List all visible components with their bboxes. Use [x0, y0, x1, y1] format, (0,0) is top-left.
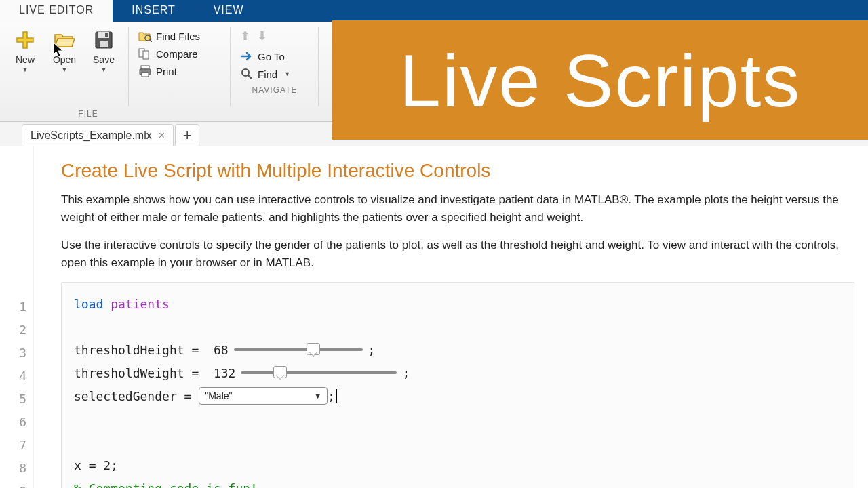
svg-line-5	[150, 40, 152, 42]
svg-rect-7	[143, 51, 149, 59]
doc-paragraph-2: Use the interactive controls to specify …	[61, 237, 854, 271]
doc-heading: Create Live Script with Multiple Interac…	[61, 160, 854, 182]
code-block[interactable]: load patients thresholdHeight = 68 ; thr…	[61, 282, 854, 488]
find-files-button[interactable]: Find Files	[136, 28, 224, 43]
svg-rect-3	[105, 33, 108, 37]
plus-icon	[14, 28, 37, 52]
threshold-height-slider[interactable]	[234, 348, 363, 351]
overlay-banner: Live Scripts	[332, 20, 868, 140]
print-icon	[138, 65, 152, 77]
new-button[interactable]: New ▼	[5, 26, 45, 108]
group-label-file: FILE	[5, 108, 123, 120]
threshold-weight-slider[interactable]	[241, 371, 397, 374]
magnifier-icon	[240, 68, 254, 80]
svg-rect-8	[141, 66, 149, 69]
print-button[interactable]: Print	[136, 64, 224, 79]
find-label: Find	[258, 68, 277, 80]
chevron-down-icon: ▼	[314, 392, 321, 400]
find-files-label: Find Files	[156, 30, 200, 42]
text-cursor	[336, 389, 337, 403]
nav-up-icon[interactable]: ⬆	[240, 28, 250, 43]
close-icon[interactable]: ×	[159, 129, 165, 142]
new-label: New	[16, 54, 35, 65]
compare-label: Compare	[156, 48, 198, 60]
code-line-7	[74, 430, 842, 453]
open-label: Open	[53, 54, 76, 65]
file-tab-name: LiveScripts_Example.mlx	[31, 129, 152, 142]
tab-view[interactable]: VIEW	[195, 0, 263, 22]
doc-paragraph-1: This example shows how you can use inter…	[61, 191, 854, 226]
ribbon-group-file-main: New ▼ Open ▼ Save ▼ FILE	[0, 22, 129, 121]
editor-area: 1 2 3 4 5 6 7 8 9 Create Live Script wit…	[0, 146, 868, 488]
goto-button[interactable]: Go To	[237, 49, 312, 64]
dropdown-caret-icon: ▼	[22, 66, 28, 73]
code-line-4: thresholdWeight = 132 ;	[74, 361, 842, 384]
ribbon-group-file-tools: Find Files Compare Print	[129, 22, 231, 121]
svg-rect-2	[100, 41, 108, 47]
ribbon-group-navigate: ⬆ ⬇ Go To Find ▼ NAVIGATE	[231, 22, 319, 121]
compare-button[interactable]: Compare	[136, 46, 224, 61]
goto-label: Go To	[258, 51, 285, 62]
tab-live-editor[interactable]: LIVE EDITOR	[0, 0, 113, 22]
save-disk-icon	[92, 28, 115, 52]
code-line-2	[74, 315, 842, 338]
document-content: Create Live Script with Multiple Interac…	[34, 146, 868, 488]
nav-down-icon[interactable]: ⬇	[257, 28, 267, 43]
dropdown-caret-icon: ▼	[62, 66, 68, 73]
code-line-1: load patients	[74, 292, 842, 315]
file-tab-active[interactable]: LiveScripts_Example.mlx ×	[22, 124, 174, 146]
code-line-8: x = 2;	[74, 453, 842, 476]
dropdown-caret-icon: ▼	[101, 66, 107, 73]
ribbon-tabstrip: LIVE EDITOR INSERT VIEW	[0, 0, 868, 22]
find-files-icon	[138, 30, 152, 42]
code-line-3: thresholdHeight = 68 ;	[74, 338, 842, 361]
tab-insert[interactable]: INSERT	[113, 0, 194, 22]
print-label: Print	[156, 66, 177, 77]
save-button[interactable]: Save ▼	[84, 26, 123, 108]
svg-point-11	[242, 69, 249, 76]
group-label-navigate: NAVIGATE	[236, 84, 313, 96]
line-number-gutter: 1 2 3 4 5 6 7 8 9	[0, 146, 34, 488]
save-label: Save	[93, 54, 115, 65]
svg-line-12	[248, 75, 252, 79]
code-line-6	[74, 407, 842, 430]
svg-rect-10	[142, 73, 149, 77]
compare-icon	[138, 47, 152, 60]
new-file-tab-button[interactable]: +	[175, 124, 199, 146]
folder-open-icon	[53, 28, 76, 52]
goto-arrow-icon	[240, 50, 254, 62]
code-line-5: selectedGender = "Male"▼;	[74, 384, 842, 407]
find-button[interactable]: Find ▼	[237, 66, 312, 81]
open-button[interactable]: Open ▼	[45, 26, 84, 108]
code-line-9: % Commenting code is fun!	[74, 476, 842, 488]
dropdown-caret-icon: ▼	[284, 70, 290, 77]
selected-gender-dropdown[interactable]: "Male"▼	[199, 387, 328, 405]
